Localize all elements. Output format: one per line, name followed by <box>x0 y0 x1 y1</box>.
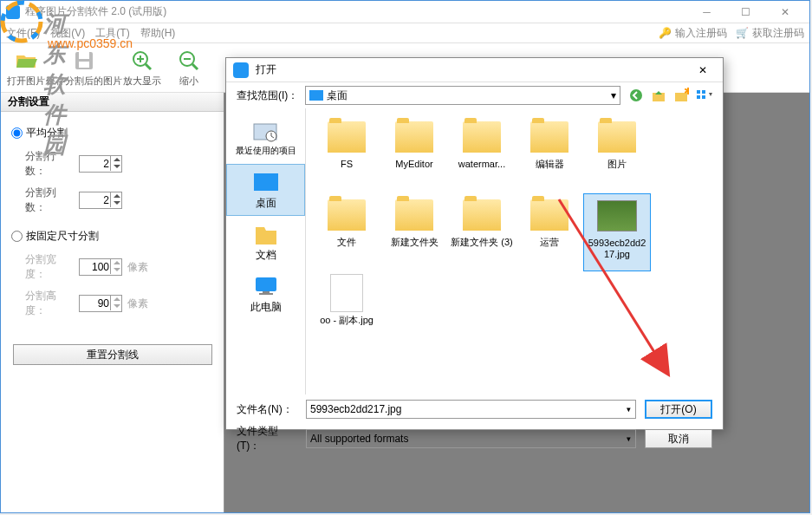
get-reg-code-link[interactable]: 🛒 获取注册码 <box>736 26 804 41</box>
open-button[interactable]: 打开(O) <box>645 400 712 419</box>
zoom-in-button[interactable]: 放大显示 <box>120 43 164 92</box>
rows-spinner[interactable] <box>110 155 122 171</box>
svg-rect-25 <box>259 293 273 295</box>
file-item[interactable]: 5993ecb2dd217.jpg <box>583 193 651 271</box>
svg-rect-17 <box>702 90 705 94</box>
svg-line-10 <box>192 64 198 69</box>
close-button[interactable]: ✕ <box>765 1 804 23</box>
back-icon[interactable] <box>627 87 645 104</box>
file-item[interactable]: 编辑器 <box>516 115 583 193</box>
svg-rect-16 <box>697 90 700 94</box>
file-item[interactable]: oo - 副本.jpg <box>313 271 380 349</box>
dialog-icon <box>233 62 249 78</box>
dialog-toolbar: 查找范围(I)： 桌面 ✱ <box>226 82 723 108</box>
filetype-label: 文件类型(T)： <box>237 424 297 453</box>
svg-rect-22 <box>254 173 278 191</box>
folder-open-icon <box>14 49 38 73</box>
titlebar: 程序图片分割软件 2.0 (试用版) ─ ☐ ✕ <box>1 1 809 23</box>
look-in-label: 查找范围(I)： <box>237 88 298 103</box>
path-dropdown[interactable]: 桌面 <box>305 86 620 105</box>
file-label: 编辑器 <box>534 159 566 170</box>
folder-icon <box>461 119 503 155</box>
save-split-button[interactable]: 保存分割后的图片 <box>51 43 117 92</box>
cart-icon: 🛒 <box>736 27 749 39</box>
save-icon <box>72 49 96 73</box>
file-label: FS <box>339 159 354 170</box>
open-image-button[interactable]: 打开图片 <box>4 43 48 92</box>
file-label: 新建文件夹 <box>389 237 440 248</box>
dialog-close-button[interactable]: ✕ <box>690 62 716 79</box>
fixed-split-label: 按固定尺寸分割 <box>26 229 99 244</box>
filename-input[interactable]: 5993ecb2dd217.jpg <box>306 400 636 419</box>
folder-icon <box>326 197 367 233</box>
avg-split-label: 平均分割 <box>26 126 68 140</box>
input-reg-code-link[interactable]: 🔑 输入注册码 <box>659 26 727 41</box>
window-title: 程序图片分割软件 2.0 (试用版) <box>25 4 687 19</box>
file-label: MyEditor <box>393 159 434 170</box>
cols-spinner[interactable] <box>110 192 122 207</box>
image-thumb-icon <box>596 198 638 234</box>
folder-icon <box>393 119 435 155</box>
file-item[interactable]: watermar... <box>448 115 516 193</box>
svg-line-6 <box>146 64 151 69</box>
menu-tool[interactable]: 工具(T) <box>95 26 129 41</box>
file-item[interactable]: 运营 <box>516 193 583 271</box>
filename-label: 文件名(N)： <box>237 402 297 417</box>
minimize-button[interactable]: ─ <box>687 1 726 23</box>
zoom-out-icon <box>177 49 201 73</box>
open-dialog: 打开 ✕ 查找范围(I)： 桌面 ✱ 最近使用的项目 桌面 <box>225 57 724 430</box>
file-label: watermar... <box>457 159 507 170</box>
svg-rect-4 <box>79 62 89 68</box>
place-this-pc[interactable]: 此电脑 <box>226 268 305 320</box>
app-icon <box>6 5 20 19</box>
svg-rect-24 <box>263 291 270 293</box>
width-spinner[interactable] <box>110 258 122 274</box>
dialog-title: 打开 <box>256 62 690 77</box>
document-icon <box>326 275 367 311</box>
fixed-split-radio[interactable] <box>11 231 23 242</box>
zoom-out-button[interactable]: 缩小 <box>167 43 211 92</box>
sidebar: 分割设置 平均分割 分割行数： 分割列数： 按固定尺寸分割 <box>1 93 224 512</box>
desktop-icon <box>309 90 323 101</box>
file-label: 文件 <box>335 237 358 248</box>
menu-view[interactable]: 视图(V) <box>50 26 85 41</box>
file-item[interactable]: 新建文件夹 <box>380 193 448 271</box>
folder-icon <box>461 197 503 233</box>
file-item[interactable]: 图片 <box>583 115 651 193</box>
new-folder-icon[interactable]: ✱ <box>672 87 690 104</box>
svg-text:✱: ✱ <box>684 88 689 97</box>
file-item[interactable]: MyEditor <box>380 115 448 193</box>
zoom-in-icon <box>130 49 154 73</box>
key-icon: 🔑 <box>659 27 672 39</box>
up-folder-icon[interactable] <box>650 87 667 104</box>
avg-split-radio[interactable] <box>11 127 23 139</box>
menu-help[interactable]: 帮助(H) <box>140 26 176 41</box>
reset-lines-button[interactable]: 重置分割线 <box>13 344 212 365</box>
view-menu-icon[interactable] <box>695 87 712 104</box>
menu-file[interactable]: 文件(F) <box>6 26 40 41</box>
file-label: 图片 <box>606 159 628 170</box>
filetype-dropdown[interactable]: All supported formats <box>306 429 636 448</box>
place-documents[interactable]: 文档 <box>226 216 305 268</box>
svg-rect-23 <box>256 277 276 291</box>
file-item[interactable]: FS <box>313 115 380 193</box>
cancel-button[interactable]: 取消 <box>645 429 712 448</box>
folder-icon <box>596 119 638 155</box>
svg-rect-18 <box>697 95 700 99</box>
file-item[interactable]: 文件 <box>313 193 380 271</box>
svg-rect-3 <box>79 52 89 59</box>
sidebar-title: 分割设置 <box>1 93 224 112</box>
svg-rect-19 <box>702 95 705 99</box>
file-item[interactable]: 新建文件夹 (3) <box>448 193 516 271</box>
file-label: 新建文件夹 (3) <box>449 237 515 248</box>
place-desktop[interactable]: 桌面 <box>226 164 305 216</box>
dialog-titlebar: 打开 ✕ <box>226 58 723 82</box>
height-spinner[interactable] <box>110 295 122 310</box>
folder-icon <box>529 197 570 233</box>
file-label: 5993ecb2dd217.jpg <box>584 238 650 260</box>
maximize-button[interactable]: ☐ <box>726 1 765 23</box>
file-label: 运营 <box>538 237 561 248</box>
folder-icon <box>326 119 367 155</box>
file-list[interactable]: FSMyEditorwatermar...编辑器图片文件新建文件夹新建文件夹 (… <box>306 108 723 394</box>
place-recent[interactable]: 最近使用的项目 <box>226 112 305 164</box>
